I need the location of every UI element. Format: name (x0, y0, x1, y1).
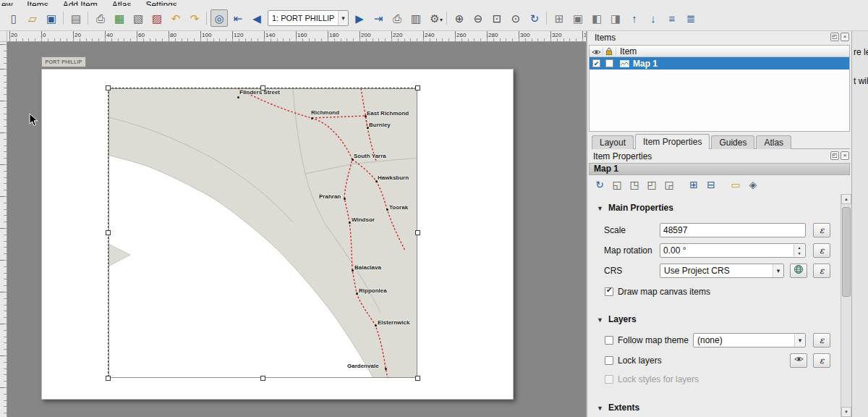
ruler-label: 80 (170, 32, 176, 38)
set-scale-to-match-button[interactable]: ◰ (644, 177, 660, 193)
item-visibility-checkbox[interactable]: ✔ (592, 59, 600, 67)
map-rotation-spinbox[interactable]: 0.00 ° ▴ ▾ (660, 243, 806, 258)
menu-settings[interactable]: Settings (145, 0, 176, 6)
menu-add-item[interactable]: Add Item (63, 0, 98, 6)
labeling-settings-button[interactable]: ▭ (728, 177, 744, 193)
save-layout-button[interactable]: ▣ (43, 9, 60, 27)
station-label: Prahran (319, 193, 341, 200)
scroll-up-button[interactable]: ▲ (841, 194, 851, 204)
scroll-down-button[interactable]: ▼ (841, 407, 851, 417)
align-items-button[interactable]: ≡ (663, 9, 681, 27)
export-as-svg-button[interactable]: ▧ (129, 9, 147, 27)
tab-layout[interactable]: Layout (592, 135, 634, 149)
atlas-settings-button[interactable]: ⚙▾ (426, 9, 443, 27)
crs-data-defined-button[interactable]: ɛ (813, 264, 830, 278)
lock-items-button[interactable]: ◧ (588, 9, 605, 27)
export-as-pdf-button[interactable]: ▨ (148, 9, 166, 27)
resize-handle-top-middle[interactable] (260, 85, 265, 90)
resize-handle-top-right[interactable] (415, 85, 420, 90)
rotation-data-defined-button[interactable]: ɛ (813, 243, 830, 258)
layout-canvas[interactable]: PORT PHILLIP (7, 42, 586, 417)
scrollbar-thumb[interactable] (842, 207, 851, 297)
menu-items[interactable]: Items (27, 0, 48, 6)
resize-handle-bottom-left[interactable] (106, 376, 111, 381)
visibility-presets-button[interactable] (790, 353, 807, 368)
first-feature-button[interactable]: ⇤ (229, 9, 247, 27)
tab-guides[interactable]: Guides (711, 135, 754, 149)
layout-properties-button[interactable]: ▤ (67, 9, 85, 27)
resize-handle-middle-right[interactable] (415, 230, 420, 235)
resize-handle-bottom-middle[interactable] (260, 376, 265, 381)
lower-items-button[interactable]: ↓ (644, 9, 662, 27)
ruler-label: 120 (234, 32, 243, 38)
station-label: South Yarra (354, 153, 386, 159)
zoom-full-button[interactable]: ⊡ (488, 9, 506, 27)
map-theme-data-defined-button[interactable]: ɛ (813, 333, 830, 348)
layout-page[interactable]: Flinders StreetRichmondEast RichmondBurn… (41, 69, 514, 400)
update-map-preview-button[interactable]: ↻ (592, 177, 608, 193)
section-extents[interactable]: ▼Extents (597, 403, 639, 413)
previous-feature-button[interactable]: ◀ (248, 9, 265, 27)
item-properties-close-button[interactable]: × (841, 151, 849, 160)
preview-atlas-button[interactable]: ◎ (210, 9, 228, 27)
export-as-image-button[interactable]: ▦ (111, 9, 128, 27)
spin-down-icon[interactable]: ▾ (794, 250, 804, 256)
section-main-properties[interactable]: ▼Main Properties (597, 203, 673, 213)
select-crs-button[interactable] (790, 264, 807, 278)
item-properties-float-button[interactable]: ◰ (830, 151, 839, 160)
spinbox-arrows[interactable]: ▴ ▾ (793, 245, 804, 256)
refresh-view-button[interactable]: ↻ (526, 9, 543, 27)
ruler-label: 0 (43, 32, 46, 38)
zoom-actual-button[interactable]: ⊙ (507, 9, 524, 27)
ruler-corner (0, 31, 7, 42)
items-list-row-map1[interactable]: ✔ Map 1 (590, 57, 849, 70)
overview-settings-button[interactable]: ⊟ (703, 177, 719, 193)
resize-handle-top-left[interactable] (106, 85, 111, 90)
new-layout-button[interactable]: ▯ (5, 9, 22, 27)
zoom-out-button[interactable]: ⊖ (469, 9, 487, 27)
draw-map-canvas-items-checkbox[interactable] (605, 287, 613, 296)
scale-data-defined-button[interactable]: ɛ (813, 223, 830, 237)
map-theme-combo[interactable]: (none) ▾ (693, 333, 806, 348)
crs-combo[interactable]: Use Project CRS ▾ (660, 264, 784, 278)
items-panel-close-button[interactable]: × (841, 33, 849, 41)
follow-map-theme-checkbox[interactable] (605, 336, 613, 345)
print-layout-button[interactable]: ⎙ (92, 9, 109, 27)
item-lock-checkbox[interactable] (605, 59, 613, 67)
raise-items-button[interactable]: ↑ (626, 9, 643, 27)
resize-handle-bottom-right[interactable] (415, 376, 420, 381)
horizontal-ruler: 2002040608010012014016018020022024026028… (7, 31, 586, 42)
clipping-settings-button[interactable]: ◈ (745, 177, 761, 193)
export-atlas-button[interactable]: ▥ (407, 9, 425, 27)
menu-atlas[interactable]: Atlas (112, 0, 132, 6)
undo-button[interactable]: ↶ (167, 9, 184, 27)
zoom-in-button[interactable]: ⊕ (451, 9, 468, 27)
add-pages-button[interactable]: ⊞ (550, 9, 568, 27)
menu-ew[interactable]: ew (1, 0, 12, 6)
interactive-edit-extent-button[interactable]: ◲ (661, 177, 677, 193)
lock-layers-checkbox[interactable] (605, 356, 613, 365)
spin-up-icon[interactable]: ▴ (794, 245, 804, 250)
group-items-button[interactable]: ▣ (569, 9, 587, 27)
lock-layers-data-defined-button[interactable]: ɛ (813, 353, 830, 368)
dropdown-caret-icon[interactable]: ▾ (338, 11, 348, 25)
redo-button[interactable]: ↷ (186, 9, 203, 27)
set-extent-to-map-canvas-button[interactable]: ◱ (609, 177, 625, 193)
properties-scrollbar[interactable]: ▲ ▼ (841, 194, 851, 417)
next-feature-button[interactable]: ▶ (351, 9, 368, 27)
last-feature-button[interactable]: ⇥ (370, 9, 387, 27)
map-item[interactable]: Flinders StreetRichmondEast RichmondBurn… (108, 88, 417, 377)
section-layers[interactable]: ▼Layers (597, 314, 637, 324)
unlock-items-button[interactable]: ◨ (607, 9, 624, 27)
tab-item-properties[interactable]: Item Properties (635, 134, 710, 149)
view-extent-in-map-canvas-button[interactable]: ◳ (626, 177, 642, 193)
grid-settings-button[interactable]: ⊞ (686, 177, 702, 193)
scale-input[interactable] (660, 223, 806, 237)
resize-handle-middle-left[interactable] (106, 230, 111, 235)
open-layout-button[interactable]: ▱ (24, 9, 41, 27)
tab-atlas[interactable]: Atlas (756, 135, 791, 149)
atlas-feature-combo[interactable]: 1: PORT PHILLIP▾ (268, 10, 349, 26)
print-atlas-button[interactable]: ⎙ (388, 9, 406, 27)
items-panel-float-button[interactable]: ◰ (830, 33, 839, 41)
distribute-items-button[interactable]: ≣ (682, 9, 699, 27)
